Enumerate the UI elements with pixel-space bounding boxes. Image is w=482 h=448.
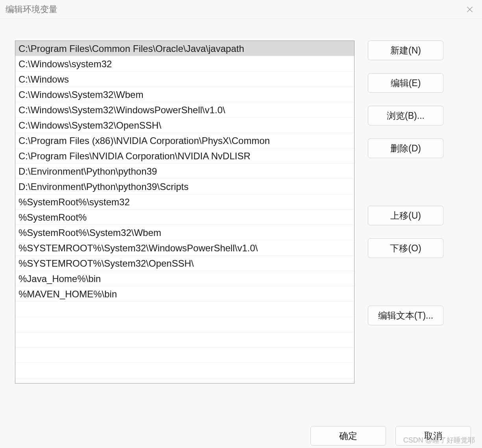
- list-item[interactable]: %SystemRoot%\system32: [15, 194, 354, 210]
- dialog-title: 编辑环境变量: [6, 4, 57, 15]
- list-item[interactable]: C:\Windows\System32\Wbem: [15, 87, 354, 102]
- list-item[interactable]: %Java_Home%\bin: [15, 271, 354, 286]
- dialog-content: C:\Program Files\Common Files\Oracle\Jav…: [0, 19, 482, 391]
- list-item[interactable]: D:\Environment\Python\python39\Scripts: [15, 179, 354, 194]
- dialog-footer: 确定 取消: [310, 426, 471, 448]
- delete-button[interactable]: 删除(D): [368, 138, 443, 158]
- list-item[interactable]: %SYSTEMROOT%\System32\WindowsPowerShell\…: [15, 240, 354, 256]
- ok-button[interactable]: 确定: [310, 426, 386, 446]
- titlebar: 编辑环境变量: [0, 0, 482, 19]
- list-item[interactable]: C:\Windows\system32: [15, 56, 354, 72]
- new-button[interactable]: 新建(N): [368, 41, 443, 60]
- path-listbox[interactable]: C:\Program Files\Common Files\Oracle\Jav…: [15, 41, 355, 383]
- list-item[interactable]: %MAVEN_HOME%\bin: [15, 286, 354, 302]
- list-item[interactable]: C:\Program Files (x86)\NVIDIA Corporatio…: [15, 133, 354, 148]
- cancel-button[interactable]: 取消: [395, 426, 471, 446]
- edit-text-button[interactable]: 编辑文本(T)...: [368, 306, 443, 325]
- list-item[interactable]: C:\Windows\System32\WindowsPowerShell\v1…: [15, 102, 354, 118]
- list-item[interactable]: C:\Windows\System32\OpenSSH\: [15, 118, 354, 133]
- list-item[interactable]: .: [15, 302, 354, 317]
- close-icon[interactable]: [465, 4, 475, 15]
- list-item[interactable]: .: [15, 332, 354, 348]
- list-item[interactable]: .: [15, 317, 354, 332]
- list-item[interactable]: D:\Environment\Python\python39: [15, 164, 354, 179]
- move-down-button[interactable]: 下移(O): [368, 238, 443, 258]
- list-item[interactable]: %SYSTEMROOT%\System32\OpenSSH\: [15, 256, 354, 271]
- list-item[interactable]: .: [15, 348, 354, 363]
- list-item[interactable]: C:\Program Files\Common Files\Oracle\Jav…: [15, 41, 354, 56]
- list-item[interactable]: .: [15, 363, 354, 378]
- list-item[interactable]: C:\Windows: [15, 72, 354, 87]
- list-item[interactable]: %SystemRoot%\System32\Wbem: [15, 225, 354, 240]
- move-up-button[interactable]: 上移(U): [368, 206, 443, 225]
- side-button-panel: 新建(N) 编辑(E) 浏览(B)... 删除(D) 上移(U) 下移(O) 编…: [368, 41, 467, 383]
- list-item[interactable]: %SystemRoot%: [15, 210, 354, 225]
- edit-button[interactable]: 编辑(E): [368, 73, 443, 93]
- browse-button[interactable]: 浏览(B)...: [368, 106, 443, 125]
- list-item[interactable]: C:\Program Files\NVIDIA Corporation\NVID…: [15, 148, 354, 164]
